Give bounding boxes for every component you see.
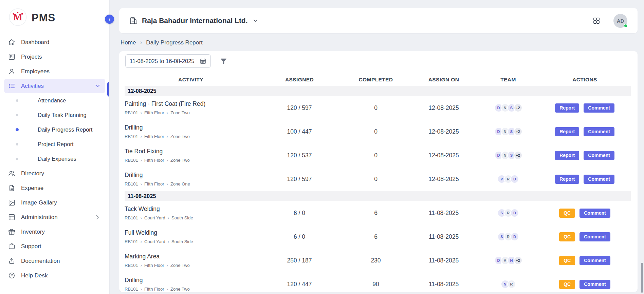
sidebar-item-label: Help Desk bbox=[21, 272, 48, 279]
location-segment: RB101 bbox=[125, 239, 138, 244]
breadcrumb-home[interactable]: Home bbox=[121, 39, 136, 46]
col-completed: COMPLETED bbox=[342, 77, 410, 83]
sidebar-item-expense[interactable]: Expense bbox=[0, 181, 109, 195]
activity-cell: Full WeldingRB101›Court Yard›South Side bbox=[125, 229, 257, 244]
comment-button[interactable]: Comment bbox=[584, 151, 614, 160]
sidebar-subitem-label: Project Report bbox=[38, 141, 73, 148]
qc-button[interactable]: QC bbox=[559, 256, 575, 265]
sidebar-item-label: Documentation bbox=[21, 258, 60, 264]
team-avatars: DVN+2 bbox=[478, 256, 539, 265]
activity-name: Full Welding bbox=[125, 229, 254, 236]
location-segment: Court Yard bbox=[144, 215, 165, 220]
team-avatars: SRD bbox=[478, 232, 539, 241]
comment-button[interactable]: Comment bbox=[579, 232, 610, 241]
activities-icon bbox=[8, 82, 15, 90]
sidebar-item-support[interactable]: Support bbox=[0, 239, 109, 254]
projects-icon bbox=[8, 53, 15, 60]
chevron-right-icon: › bbox=[168, 239, 169, 244]
sidebar-subitem-project-report[interactable]: Project Report bbox=[0, 137, 109, 152]
chevron-right-icon: › bbox=[141, 263, 142, 268]
sidebar-nav: DashboardProjectsEmployeesActivitiesAtte… bbox=[0, 34, 109, 283]
col-team: TEAM bbox=[478, 77, 539, 83]
comment-button[interactable]: Comment bbox=[579, 280, 610, 289]
sidebar-subitem-daily-expenses[interactable]: Daily Expenses bbox=[0, 152, 109, 166]
sidebar-item-image-gallary[interactable]: Image Gallary bbox=[0, 195, 109, 210]
sidebar-item-activities[interactable]: Activities bbox=[4, 79, 105, 93]
qc-button[interactable]: QC bbox=[559, 209, 575, 218]
app-title: PMS bbox=[32, 12, 55, 24]
documentation-icon bbox=[8, 257, 15, 264]
actions-cell: ReportComment bbox=[539, 103, 631, 113]
report-button[interactable]: Report bbox=[555, 127, 579, 136]
sidebar-item-label: Support bbox=[21, 243, 41, 250]
team-more-badge: +2 bbox=[514, 256, 522, 265]
sidebar-subitem-daily-task-planning[interactable]: Daily Task Planning bbox=[0, 108, 109, 122]
table-header: ACTIVITY ASSIGNED COMPLETED ASSIGN ON TE… bbox=[125, 74, 631, 86]
company-name: Raja Bahadur International Ltd. bbox=[142, 17, 248, 25]
report-button[interactable]: Report bbox=[555, 151, 579, 160]
topbar-right: AD bbox=[592, 14, 627, 28]
location-segment: RB101 bbox=[125, 181, 138, 187]
comment-button[interactable]: Comment bbox=[579, 256, 610, 265]
user-avatar[interactable]: AD bbox=[613, 14, 627, 28]
table-row: DrillingRB101›Fifth Floor›Zone Two120 / … bbox=[125, 272, 631, 292]
chevron-right-icon: › bbox=[141, 239, 142, 244]
sidebar-item-label: Inventory bbox=[21, 229, 45, 235]
team-more-badge: +2 bbox=[514, 103, 522, 112]
comment-button[interactable]: Comment bbox=[584, 175, 614, 184]
team-avatar: D bbox=[510, 175, 519, 183]
svg-text:M: M bbox=[13, 12, 22, 22]
qc-button[interactable]: QC bbox=[559, 232, 575, 241]
qc-button[interactable]: QC bbox=[559, 280, 575, 289]
content-card: 11-08-2025 to 16-08-2025 ACTIVITY ASSIGN… bbox=[119, 51, 638, 292]
sidebar-item-label: Activities bbox=[21, 83, 44, 90]
sidebar-item-projects[interactable]: Projects bbox=[0, 50, 109, 64]
activity-cell: Tack WeldingRB101›Court Yard›South Side bbox=[125, 205, 257, 220]
activity-name: Painting - First Coat (Fire Red) bbox=[125, 100, 254, 107]
sidebar-item-documentation[interactable]: Documentation bbox=[0, 254, 109, 268]
sidebar-item-help-desk[interactable]: Help Desk bbox=[0, 268, 109, 283]
report-button[interactable]: Report bbox=[555, 103, 579, 113]
assigned-value: 120 / 537 bbox=[257, 152, 342, 159]
assign-on-value: 12-08-2025 bbox=[410, 176, 478, 183]
report-button[interactable]: Report bbox=[555, 175, 579, 184]
filter-funnel-icon[interactable] bbox=[220, 57, 227, 65]
activity-name: Tack Welding bbox=[125, 205, 254, 213]
completed-value: 230 bbox=[342, 257, 410, 264]
vertical-scrollbar[interactable] bbox=[641, 263, 643, 293]
assigned-value: 6 / 0 bbox=[257, 210, 342, 217]
activity-cell: Tie Rod FixingRB101›Fifth Floor›Zone Two bbox=[125, 148, 257, 163]
team-avatars: SRD bbox=[478, 209, 539, 217]
location-segment: Fifth Floor bbox=[144, 181, 164, 187]
chevron-down-icon bbox=[94, 82, 101, 90]
sidebar-item-administration[interactable]: Administration bbox=[0, 210, 109, 224]
date-range-input[interactable]: 11-08-2025 to 16-08-2025 bbox=[125, 54, 211, 68]
comment-button[interactable]: Comment bbox=[579, 209, 610, 218]
table-row: Full WeldingRB101›Court Yard›South Side6… bbox=[125, 225, 631, 249]
sidebar-item-employees[interactable]: Employees bbox=[0, 64, 109, 79]
chevron-right-icon: › bbox=[167, 182, 168, 186]
completed-value: 6 bbox=[342, 233, 410, 240]
comment-button[interactable]: Comment bbox=[584, 103, 614, 113]
sidebar-subitem-daily-progress-report[interactable]: Daily Progress Report bbox=[0, 122, 109, 137]
chevron-down-icon bbox=[252, 18, 258, 24]
comment-button[interactable]: Comment bbox=[584, 127, 614, 136]
sidebar-item-directory[interactable]: Directory bbox=[0, 166, 109, 181]
actions-cell: QCComment bbox=[539, 280, 631, 289]
sidebar-item-inventory[interactable]: Inventory bbox=[0, 224, 109, 239]
sidebar-subitem-label: Daily Expenses bbox=[38, 156, 76, 162]
assign-on-value: 11-08-2025 bbox=[410, 281, 478, 288]
date-range-value: 11-08-2025 to 16-08-2025 bbox=[130, 58, 195, 64]
administration-icon bbox=[8, 214, 15, 221]
actions-cell: ReportComment bbox=[539, 175, 631, 184]
chevron-right-icon: › bbox=[167, 134, 168, 139]
sidebar-subitem-attendance[interactable]: Attendance bbox=[0, 93, 109, 108]
sidebar-collapse-button[interactable]: ‹ bbox=[105, 15, 114, 24]
sidebar-subitem-label: Attendance bbox=[38, 97, 66, 104]
help-desk-icon bbox=[8, 272, 15, 279]
chevron-right-icon: › bbox=[167, 263, 168, 268]
company-selector[interactable]: Raja Bahadur International Ltd. bbox=[129, 17, 258, 25]
sidebar-item-dashboard[interactable]: Dashboard bbox=[0, 35, 109, 50]
actions-cell: QCComment bbox=[539, 209, 631, 218]
apps-grid-icon[interactable] bbox=[592, 17, 601, 25]
